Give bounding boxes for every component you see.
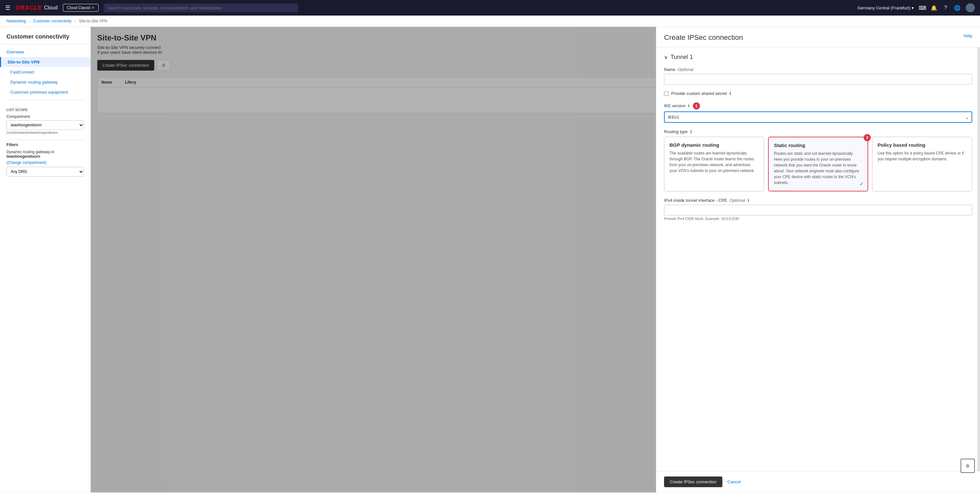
filter-compartment-value: iwanhoogendoorn [6, 154, 40, 159]
ike-version-form-group: IKE version ℹ 1 IKEv1 IKEv2 ⌄ [664, 102, 972, 123]
ipv4-label: IPv4 inside tunnel interface - CPE Optio… [664, 198, 972, 203]
breadcrumb-sep-1: › [29, 19, 30, 23]
region-selector[interactable]: Germany Central (Frankfurt) ▾ [858, 5, 914, 10]
ike-version-info-icon[interactable]: ℹ [688, 103, 690, 108]
modal-help-link[interactable]: Help [964, 33, 972, 38]
help-widget[interactable]: ⚙ [961, 459, 975, 473]
filter-description: Dynamic routing gateway in iwanhoogendoo… [6, 150, 84, 159]
main-layout: Customer connectivity Overview Site-to-S… [0, 27, 980, 492]
modal-footer: Create IPSec connection Cancel [656, 471, 980, 492]
change-compartment-link[interactable]: (Change compartment) [6, 160, 46, 165]
routing-card-policy-desc: Use this option for a policy based CPE d… [878, 150, 967, 162]
globe-icon[interactable]: 🌐 [954, 5, 961, 11]
tunnel-header: ∨ Tunnel 1 [664, 54, 972, 60]
sidebar-item-customer-premises-equipment[interactable]: Customer-premises equipment [0, 87, 91, 97]
help-widget-icon: ⚙ [966, 463, 970, 468]
routing-cards: BGP dynamic routing The available routes… [664, 137, 972, 192]
ipv4-form-group: IPv4 inside tunnel interface - CPE Optio… [664, 198, 972, 220]
sidebar-nav: Overview Site-to-Site VPN FastConnect Dy… [0, 47, 91, 97]
oracle-logo: ORACLE Cloud [16, 5, 58, 11]
avatar[interactable]: 👤 [966, 3, 975, 12]
ipv4-info-icon[interactable]: ℹ [748, 198, 749, 203]
routing-card-bgp[interactable]: BGP dynamic routing The available routes… [664, 137, 764, 192]
terminal-icon[interactable]: ⌨ [919, 5, 926, 11]
sidebar-item-fastconnect[interactable]: FastConnect [0, 67, 91, 77]
name-label: Name Optional [664, 67, 972, 72]
breadcrumb-current: Site-to-Site VPN [79, 19, 107, 23]
top-nav-right: Germany Central (Frankfurt) ▾ ⌨ 🔔 ? 🌐 👤 [858, 3, 975, 12]
region-chevron-icon: ▾ [912, 5, 914, 10]
list-scope-section: List scope Compartment iwanhoogendoorn (… [0, 103, 91, 137]
modal-panel: 3 Create IPSec connection Help ∨ Tunnel … [656, 27, 980, 492]
shared-secret-info-icon[interactable]: ℹ [730, 91, 731, 96]
ike-version-label: IKE version ℹ 1 [664, 102, 972, 109]
top-navigation: ☰ ORACLE Cloud Cloud Classic > Germany C… [0, 0, 980, 16]
routing-card-static-title: Static routing [774, 143, 862, 148]
step2-badge: 2 [864, 134, 871, 141]
sidebar-item-overview[interactable]: Overview [0, 47, 91, 57]
shared-secret-row: Provide custom shared secret ℹ [664, 91, 972, 96]
ipv4-input[interactable] [664, 205, 972, 216]
name-form-group: Name Optional [664, 67, 972, 84]
routing-card-bgp-title: BGP dynamic routing [670, 142, 759, 148]
help-icon[interactable]: ? [942, 5, 949, 11]
breadcrumb-customer-connectivity[interactable]: Customer connectivity [33, 19, 72, 23]
modal-overlay: 3 Create IPSec connection Help ∨ Tunnel … [91, 27, 980, 492]
drg-select[interactable]: Any DRG [6, 167, 84, 176]
filter-title: Filters [6, 143, 84, 147]
routing-card-policy[interactable]: Policy based routing Use this option for… [872, 137, 972, 192]
compartment-select[interactable]: iwanhoogendoorn [6, 120, 84, 130]
sidebar-item-dynamic-routing-gateway[interactable]: Dynamic routing gateway [0, 77, 91, 87]
shared-secret-checkbox[interactable] [664, 91, 668, 96]
hamburger-icon[interactable]: ☰ [5, 4, 10, 11]
routing-type-info-icon[interactable]: ℹ [690, 129, 692, 134]
list-scope-label: List scope [6, 108, 84, 112]
breadcrumb: Networking › Customer connectivity › Sit… [0, 16, 980, 27]
ipv4-hint: Provide IPv4 CIDR block. Example: 10.0.0… [664, 217, 972, 220]
routing-card-bgp-desc: The available routes are learned dynamic… [670, 150, 759, 174]
sidebar-item-site-to-site-vpn[interactable]: Site-to-Site VPN [0, 57, 91, 67]
routing-card-policy-title: Policy based routing [878, 142, 967, 148]
breadcrumb-sep-2: › [75, 19, 76, 23]
name-input[interactable] [664, 74, 972, 84]
routing-card-static-desc: Routes are static and not learned dynami… [774, 151, 862, 185]
routing-type-form-group: Routing type ℹ BGP dynamic routing The a… [664, 129, 972, 192]
modal-title: Create IPSec connection [664, 33, 743, 42]
modal-body: ∨ Tunnel 1 Name Optional Provide custom … [656, 47, 980, 471]
cloud-classic-button[interactable]: Cloud Classic > [63, 4, 99, 12]
modal-cancel-button[interactable]: Cancel [726, 477, 742, 487]
bell-icon[interactable]: 🔔 [931, 5, 937, 11]
tunnel-title: Tunnel 1 [670, 54, 693, 60]
sidebar: Customer connectivity Overview Site-to-S… [0, 27, 91, 492]
compartment-path: (root)/network/iwanhoogendoorn [6, 130, 84, 135]
search-container [104, 3, 298, 12]
scrollbar[interactable]: 3 [977, 27, 980, 492]
ike-version-select[interactable]: IKEv1 IKEv2 [664, 111, 972, 123]
modal-create-button[interactable]: Create IPSec connection [664, 477, 722, 487]
shared-secret-label: Provide custom shared secret [671, 91, 727, 96]
modal-header: Create IPSec connection Help [656, 27, 980, 47]
step1-badge: 1 [693, 102, 700, 109]
ike-select-wrapper: IKEv1 IKEv2 ⌄ [664, 111, 972, 123]
tunnel-toggle-icon[interactable]: ∨ [664, 54, 668, 60]
breadcrumb-networking[interactable]: Networking [6, 19, 26, 23]
compartment-label: Compartment [6, 114, 84, 119]
sidebar-title: Customer connectivity [0, 33, 91, 44]
search-input[interactable] [104, 3, 298, 12]
filter-section: Filters Dynamic routing gateway in iwanh… [0, 143, 91, 182]
routing-card-static[interactable]: 2 Static routing Routes are static and n… [768, 137, 868, 192]
static-check-icon: ✓ [859, 181, 864, 187]
region-label: Germany Central (Frankfurt) [858, 5, 910, 10]
routing-type-label: Routing type ℹ [664, 129, 972, 134]
